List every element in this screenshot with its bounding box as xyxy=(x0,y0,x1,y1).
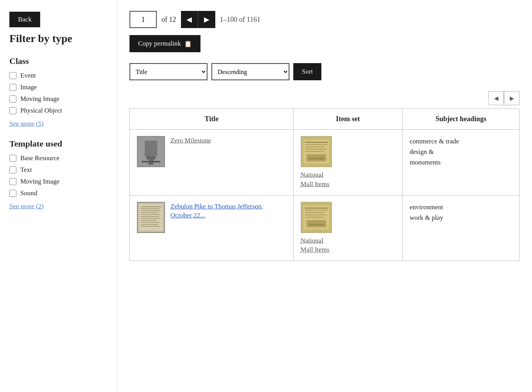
svg-rect-11 xyxy=(305,151,324,152)
pagination-nav: ◀ ▶ xyxy=(181,11,215,28)
subject-text-1: commerce & tradedesign &monuments xyxy=(410,138,459,166)
svg-rect-1 xyxy=(145,141,157,156)
event-checkbox[interactable] xyxy=(9,72,16,79)
svg-rect-18 xyxy=(141,210,161,211)
svg-rect-19 xyxy=(141,212,158,213)
class-filter-moving-image[interactable]: Moving Image xyxy=(9,95,107,103)
svg-rect-29 xyxy=(305,208,328,208)
permalink-label: Copy permalink xyxy=(138,40,181,48)
template-filter-text[interactable]: Text xyxy=(9,166,107,174)
sort-row: Title Date Creator Type Ascending Descen… xyxy=(129,63,520,80)
sound-checkbox[interactable] xyxy=(9,190,16,197)
svg-rect-2 xyxy=(146,156,156,159)
subject-text-2: environmentwork & play xyxy=(410,203,443,221)
base-resource-checkbox[interactable] xyxy=(9,155,16,162)
svg-rect-32 xyxy=(305,215,326,215)
moving-image2-checkbox[interactable] xyxy=(9,178,16,185)
svg-rect-15 xyxy=(139,204,163,231)
table-prev-button[interactable]: ◀ xyxy=(488,91,504,105)
main-content: 1 of 12 ◀ ▶ 1–100 of 1161 Copy permalink… xyxy=(117,0,532,392)
table-nav: ◀ ▶ xyxy=(129,91,520,105)
itemset-cell-2: National Mall NationalMall Items xyxy=(293,195,403,261)
prev-page-button[interactable]: ◀ xyxy=(181,11,198,28)
moving-image2-label: Moving Image xyxy=(20,178,60,185)
itemset-cell-1: National Mall NationalMall Items xyxy=(293,130,403,196)
page-number-input[interactable]: 1 xyxy=(129,11,157,28)
clipboard-icon: 📋 xyxy=(184,40,192,48)
moving-image-label: Moving Image xyxy=(20,95,60,103)
item-title-link-2[interactable]: Zebulon Pike to Thomas Jefferson, Octobe… xyxy=(170,202,286,221)
svg-rect-33 xyxy=(305,217,324,217)
itemset-link-1[interactable]: NationalMall Items xyxy=(301,170,330,189)
text-checkbox[interactable] xyxy=(9,166,16,173)
itemset-link-2[interactable]: NationalMall Items xyxy=(301,236,330,255)
item-thumbnail-1 xyxy=(137,136,165,167)
svg-rect-30 xyxy=(305,210,328,210)
class-section-label: Class xyxy=(9,56,107,66)
sort-field-select[interactable]: Title Date Creator Type xyxy=(129,63,207,80)
svg-rect-23 xyxy=(141,220,156,221)
class-filter-image[interactable]: Image xyxy=(9,83,107,91)
template-section-label: Template used xyxy=(9,139,107,149)
table-row: Zebulon Pike to Thomas Jefferson, Octobe… xyxy=(130,195,520,261)
svg-rect-25 xyxy=(141,224,158,224)
results-count: 1–100 of 1161 xyxy=(220,16,261,24)
subject-cell-2: environmentwork & play xyxy=(403,195,520,261)
sound-label: Sound xyxy=(20,189,37,197)
image-checkbox[interactable] xyxy=(9,84,16,91)
sidebar: Back Filter by type Class Event Image Mo… xyxy=(0,0,117,392)
svg-rect-31 xyxy=(305,212,325,213)
title-cell-2: Zebulon Pike to Thomas Jefferson, Octobe… xyxy=(130,195,294,261)
item-title-link-1[interactable]: Zero Milestone xyxy=(170,136,211,145)
svg-text:National Mall: National Mall xyxy=(309,223,324,226)
moving-image-checkbox[interactable] xyxy=(9,95,16,102)
physical-object-label: Physical Object xyxy=(20,107,62,115)
svg-rect-24 xyxy=(141,222,160,222)
next-page-button[interactable]: ▶ xyxy=(198,11,215,28)
svg-rect-4 xyxy=(142,161,160,162)
svg-rect-26 xyxy=(141,226,160,226)
copy-permalink-button[interactable]: Copy permalink 📋 xyxy=(129,35,200,52)
svg-rect-9 xyxy=(305,147,325,147)
col-header-itemset: Item set xyxy=(293,109,403,130)
itemset-thumbnail-1: National Mall xyxy=(301,136,332,167)
sort-button[interactable]: Sort xyxy=(293,63,321,80)
svg-text:National Mall: National Mall xyxy=(309,157,324,160)
item-thumbnail-2 xyxy=(137,202,165,233)
see-more-class-link[interactable]: See more (5) xyxy=(9,120,44,128)
see-more-template-link[interactable]: See more (2) xyxy=(9,203,44,210)
template-filter-sound[interactable]: Sound xyxy=(9,189,107,197)
physical-object-checkbox[interactable] xyxy=(9,107,16,114)
table-next-button[interactable]: ▶ xyxy=(504,91,520,105)
event-label: Event xyxy=(20,72,36,79)
svg-rect-22 xyxy=(141,218,161,219)
col-header-subject: Subject headings xyxy=(403,109,520,130)
svg-rect-8 xyxy=(305,144,328,145)
svg-rect-16 xyxy=(141,207,161,207)
col-header-title: Title xyxy=(130,109,294,130)
sort-order-select[interactable]: Ascending Descending xyxy=(211,63,289,80)
svg-rect-17 xyxy=(141,208,160,209)
svg-rect-7 xyxy=(305,142,328,143)
table-row: Zero Milestone xyxy=(130,130,520,196)
text-label: Text xyxy=(20,166,32,174)
template-filter-moving-image2[interactable]: Moving Image xyxy=(9,178,107,185)
title-cell-1: Zero Milestone xyxy=(130,130,294,196)
template-filter-base-resource[interactable]: Base Resource xyxy=(9,154,107,162)
total-pages: of 12 xyxy=(161,16,176,24)
class-filter-event[interactable]: Event xyxy=(9,72,107,79)
results-table: Title Item set Subject headings xyxy=(129,108,520,261)
subject-cell-1: commerce & tradedesign &monuments xyxy=(403,130,520,196)
back-button[interactable]: Back xyxy=(9,12,40,27)
itemset-thumbnail-2: National Mall xyxy=(301,202,332,233)
class-filter-physical-object[interactable]: Physical Object xyxy=(9,107,107,115)
filter-title: Filter by type xyxy=(9,32,107,45)
svg-rect-20 xyxy=(141,214,160,215)
svg-rect-21 xyxy=(141,216,159,217)
top-controls: 1 of 12 ◀ ▶ 1–100 of 1161 xyxy=(129,11,520,28)
base-resource-label: Base Resource xyxy=(20,154,60,162)
svg-rect-10 xyxy=(305,149,326,149)
image-label: Image xyxy=(20,83,37,91)
